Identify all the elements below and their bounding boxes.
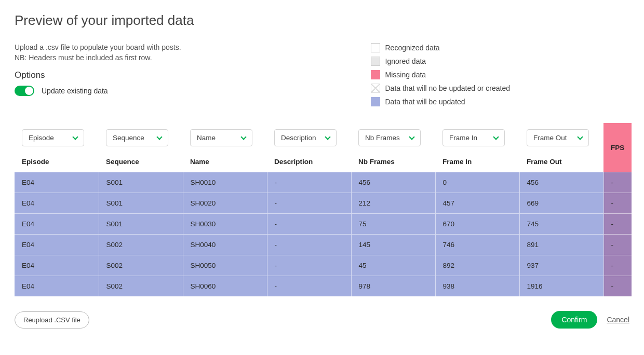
cell-episode: E04 (15, 214, 99, 235)
cell-out: 1916 (519, 276, 603, 297)
column-select-label: Episode (29, 134, 54, 142)
table-row: E04S002SH0040-145746891- (15, 235, 632, 255)
legend-label-nochange: Data that will no be updated or created (385, 84, 511, 92)
cell-in: 938 (435, 276, 519, 297)
cell-out: 745 (519, 214, 603, 235)
column-select-label: Frame Out (533, 134, 567, 142)
legend-swatch-missing (371, 70, 380, 79)
column-select-nb-frames[interactable]: Nb Frames (358, 129, 421, 146)
chevron-down-icon (577, 134, 583, 140)
chevron-down-icon (72, 134, 78, 140)
cell-frames: 145 (351, 235, 435, 255)
column-header: Name (183, 153, 267, 172)
cell-name: SH0010 (183, 172, 267, 193)
cell-sequence: S002 (99, 255, 183, 276)
cell-episode: E04 (15, 276, 99, 297)
update-existing-label: Update existing data (42, 87, 108, 95)
legend-label-ignored: Ignored data (385, 57, 426, 65)
cell-out: 937 (519, 255, 603, 276)
cell-frames: 45 (351, 255, 435, 276)
cell-episode: E04 (15, 255, 99, 276)
cell-frames: 212 (351, 193, 435, 214)
cell-frames: 75 (351, 214, 435, 235)
column-header: Sequence (99, 153, 183, 172)
cell-description: - (267, 172, 351, 193)
column-select-frame-in[interactable]: Frame In (442, 129, 505, 146)
column-select-frame-out[interactable]: Frame Out (527, 129, 589, 146)
page-title: Preview of your imported data (15, 12, 629, 29)
cell-fps: - (603, 193, 632, 214)
cell-episode: E04 (15, 235, 99, 255)
confirm-button[interactable]: Confirm (551, 311, 597, 329)
cell-frames: 978 (351, 276, 435, 297)
table-row: E04S001SH0030-75670745- (15, 214, 632, 235)
cell-fps: - (603, 214, 632, 235)
legend-label-recognized: Recognized data (385, 44, 440, 52)
column-select-description[interactable]: Description (274, 129, 337, 146)
cell-description: - (267, 235, 351, 255)
preview-table: EpisodeSequenceNameDescriptionNb FramesF… (15, 123, 632, 296)
legend-swatch-updated (371, 97, 380, 106)
column-select-label: Name (197, 134, 216, 142)
instruction-line-2: NB: Headers must be included as first ro… (15, 53, 181, 62)
chevron-down-icon (409, 134, 414, 140)
legend-label-missing: Missing data (385, 71, 426, 79)
column-select-name[interactable]: Name (190, 129, 252, 146)
cell-episode: E04 (15, 193, 99, 214)
cell-name: SH0020 (183, 193, 267, 214)
column-header: Frame Out (519, 153, 603, 172)
column-select-label: Frame In (449, 134, 477, 142)
column-select-label: Description (281, 134, 316, 142)
cell-name: SH0040 (183, 235, 267, 255)
missing-column-header: FPS (603, 123, 632, 172)
legend-swatch-recognized (371, 43, 380, 52)
column-header: Episode (15, 153, 99, 172)
cell-name: SH0030 (183, 214, 267, 235)
table-row: E04S001SH0020-212457669- (15, 193, 632, 214)
cell-frames: 456 (351, 172, 435, 193)
cell-description: - (267, 193, 351, 214)
table-row: E04S001SH0010-4560456- (15, 172, 632, 193)
update-existing-toggle[interactable] (15, 86, 34, 96)
instruction-line-1: Upload a .csv file to populate your boar… (15, 43, 181, 51)
chevron-down-icon (325, 134, 330, 140)
cell-description: - (267, 276, 351, 297)
legend-swatch-nochange (371, 84, 380, 93)
cell-name: SH0060 (183, 276, 267, 297)
cell-description: - (267, 214, 351, 235)
cell-in: 746 (435, 235, 519, 255)
column-header: Frame In (435, 153, 519, 172)
options-header: Options (15, 70, 181, 80)
cell-sequence: S001 (99, 193, 183, 214)
column-select-label: Nb Frames (365, 134, 400, 142)
chevron-down-icon (156, 134, 162, 140)
cell-fps: - (603, 255, 632, 276)
cell-in: 457 (435, 193, 519, 214)
table-row: E04S002SH0050-45892937- (15, 255, 632, 276)
chevron-down-icon (493, 134, 499, 140)
cell-name: SH0050 (183, 255, 267, 276)
column-header: Nb Frames (351, 153, 435, 172)
cell-fps: - (603, 172, 632, 193)
cell-out: 456 (519, 172, 603, 193)
cell-sequence: S002 (99, 276, 183, 297)
cell-out: 669 (519, 193, 603, 214)
cancel-link[interactable]: Cancel (607, 316, 629, 324)
column-select-sequence[interactable]: Sequence (106, 129, 168, 146)
cell-in: 0 (435, 172, 519, 193)
legend: Recognized data Ignored data Missing dat… (371, 43, 511, 111)
reupload-button[interactable]: Reupload .CSV file (15, 311, 89, 329)
cell-fps: - (603, 235, 632, 255)
column-header: Description (267, 153, 351, 172)
cell-fps: - (603, 276, 632, 297)
chevron-down-icon (240, 134, 246, 140)
cell-sequence: S002 (99, 235, 183, 255)
cell-episode: E04 (15, 172, 99, 193)
legend-swatch-ignored (371, 57, 380, 66)
cell-sequence: S001 (99, 172, 183, 193)
column-select-episode[interactable]: Episode (22, 129, 84, 146)
table-row: E04S002SH0060-9789381916- (15, 276, 632, 297)
legend-label-updated: Data that will be updated (385, 98, 465, 106)
column-select-label: Sequence (113, 134, 144, 142)
cell-in: 670 (435, 214, 519, 235)
